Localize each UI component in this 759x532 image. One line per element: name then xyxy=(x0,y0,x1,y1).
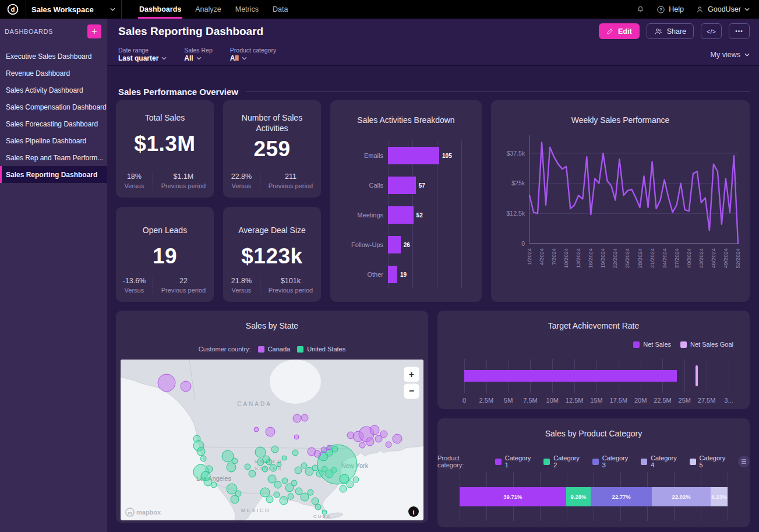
legend-item-united-states[interactable]: United States xyxy=(297,346,345,353)
segment-category-3[interactable]: 22.77% xyxy=(591,487,652,506)
bubble-united-states[interactable] xyxy=(235,491,241,496)
legend-item-category-2[interactable]: Category 2 xyxy=(543,455,584,468)
sidebar-item[interactable]: Sales Reporting Dashboard xyxy=(0,166,107,183)
bubble-united-states[interactable] xyxy=(274,492,280,498)
bubble-united-states[interactable] xyxy=(301,463,307,468)
sidebar-item[interactable]: Executive Sales Dashboard xyxy=(0,48,107,65)
segment-category-4[interactable]: 22.02% xyxy=(652,487,711,506)
map-info-button[interactable]: i xyxy=(408,506,419,517)
bubble-united-states[interactable] xyxy=(262,466,268,472)
filter-sales-rep[interactable]: Sales Rep All xyxy=(184,47,212,62)
bar-meetings[interactable] xyxy=(388,206,414,224)
bubble-united-states[interactable] xyxy=(282,478,288,484)
bubble-united-states[interactable] xyxy=(353,477,359,482)
bubble-canada[interactable] xyxy=(321,447,327,453)
bubble-united-states[interactable] xyxy=(211,482,217,488)
bubble-united-states[interactable] xyxy=(277,462,281,467)
bubble-united-states[interactable] xyxy=(295,467,302,474)
user-menu[interactable]: GoodUser xyxy=(696,5,750,14)
bubble-canada[interactable] xyxy=(181,381,191,392)
bubble-canada[interactable] xyxy=(314,450,321,457)
tab-metrics[interactable]: Metrics xyxy=(228,0,266,19)
bubble-canada[interactable] xyxy=(327,445,331,450)
sidebar-item[interactable]: Revenue Dashboard xyxy=(0,65,107,82)
bubble-united-states[interactable] xyxy=(200,456,206,461)
bubble-united-states[interactable] xyxy=(291,480,297,486)
sidebar-item[interactable]: Sales Rep and Team Perform... xyxy=(0,149,107,166)
segment-category-5[interactable]: 6.23% xyxy=(711,487,728,506)
bubble-canada[interactable] xyxy=(294,435,299,439)
bubble-united-states[interactable] xyxy=(340,485,347,492)
embed-code-button[interactable]: </> xyxy=(701,23,722,39)
bubble-united-states[interactable] xyxy=(292,450,298,456)
bar-follow-ups[interactable] xyxy=(388,236,401,253)
gooddata-logo[interactable]: d xyxy=(0,0,26,19)
bubble-canada[interactable] xyxy=(393,434,402,443)
bubble-canada[interactable] xyxy=(370,425,379,435)
bubble-canada[interactable] xyxy=(266,427,275,436)
bubble-united-states[interactable] xyxy=(308,489,313,495)
kpi-card-average-deal-size[interactable]: Average Deal Size $123k 21.8%Versus $101… xyxy=(223,207,321,302)
legend-item-net-sales-goal[interactable]: Net Sales Goal xyxy=(680,341,733,348)
bubble-united-states[interactable] xyxy=(295,488,302,495)
workspace-selector[interactable]: Sales Workspace xyxy=(26,0,122,19)
bubble-canada[interactable] xyxy=(293,414,301,422)
bubble-canada[interactable] xyxy=(254,427,259,432)
bubble-canada[interactable] xyxy=(366,438,374,446)
segment-category-2[interactable]: 9.28% xyxy=(566,487,591,506)
bubble-canada[interactable] xyxy=(386,442,391,448)
legend-menu-button[interactable] xyxy=(738,456,750,467)
bubble-united-states[interactable] xyxy=(274,481,281,488)
legend-item-category-3[interactable]: Category 3 xyxy=(592,455,633,468)
share-button[interactable]: Share xyxy=(647,23,694,39)
filter-product-category[interactable]: Product category All xyxy=(230,47,276,62)
bubble-canada[interactable] xyxy=(301,414,308,421)
map-zoom-in-button[interactable]: + xyxy=(404,367,419,382)
sidebar-item[interactable]: Sales Compensation Dashboard xyxy=(0,98,107,115)
bubble-united-states[interactable] xyxy=(197,448,205,456)
bubble-united-states[interactable] xyxy=(271,446,278,453)
bubble-united-states[interactable] xyxy=(249,470,256,477)
help-button[interactable]: ? Help xyxy=(656,5,684,14)
tab-data[interactable]: Data xyxy=(266,0,295,19)
bar-emails[interactable] xyxy=(388,147,439,164)
kpi-card-open-leads[interactable]: Open Leads 19 -13.6%Versus 22Previous pe… xyxy=(116,207,214,302)
kpi-card-sales-activities[interactable]: Number of Sales Activities 259 22.8%Vers… xyxy=(223,100,321,198)
bubble-united-states[interactable] xyxy=(322,510,327,515)
legend-item-category-5[interactable]: Category 5 xyxy=(690,455,730,468)
map-zoom-out-button[interactable]: − xyxy=(404,383,419,399)
bubble-united-states[interactable] xyxy=(288,494,294,499)
edit-button[interactable]: Edit xyxy=(599,23,640,39)
legend-item-category-4[interactable]: Category 4 xyxy=(641,455,682,468)
bubble-canada[interactable] xyxy=(380,431,387,438)
filter-date-range[interactable]: Date range Last quarter xyxy=(118,47,167,62)
bubble-united-states[interactable] xyxy=(312,465,318,471)
legend-item-category-1[interactable]: Category 1 xyxy=(495,455,536,468)
bar-calls[interactable] xyxy=(388,177,416,194)
bubble-united-states[interactable] xyxy=(301,493,309,501)
bubble-united-states[interactable] xyxy=(280,496,288,505)
my-views-dropdown[interactable]: My views xyxy=(711,51,750,59)
bubble-united-states[interactable] xyxy=(232,458,238,464)
notifications-button[interactable] xyxy=(636,5,645,14)
bubble-united-states[interactable] xyxy=(266,496,273,503)
bubble-united-states[interactable] xyxy=(206,466,213,473)
segment-category-1[interactable]: 39.71% xyxy=(460,487,566,506)
sidebar-item[interactable]: Sales Activity Dashboard xyxy=(0,82,107,98)
bubble-united-states[interactable] xyxy=(260,488,270,497)
bubble-canada[interactable] xyxy=(359,442,365,448)
tab-analyze[interactable]: Analyze xyxy=(188,0,228,19)
add-dashboard-button[interactable]: + xyxy=(87,24,101,38)
sales-line-series[interactable] xyxy=(529,142,738,244)
bar-other[interactable] xyxy=(388,266,397,283)
bubble-united-states[interactable] xyxy=(347,481,354,488)
bubble-united-states[interactable] xyxy=(312,498,319,505)
bubble-united-states[interactable] xyxy=(332,446,338,452)
legend-item-net-sales[interactable]: Net Sales xyxy=(633,341,671,348)
bubble-united-states[interactable] xyxy=(268,475,276,483)
bubble-united-states[interactable] xyxy=(255,447,266,457)
bubble-united-states[interactable] xyxy=(245,464,250,470)
net-sales-bar[interactable] xyxy=(464,370,677,382)
bubble-united-states[interactable] xyxy=(270,464,277,471)
more-options-button[interactable]: ••• xyxy=(729,23,750,39)
